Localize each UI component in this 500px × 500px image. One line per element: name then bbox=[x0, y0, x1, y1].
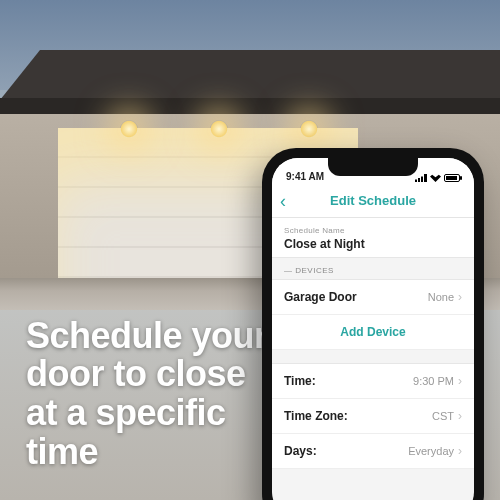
status-time: 9:41 AM bbox=[286, 171, 324, 182]
marketing-tagline: Schedule your door to close at a specifi… bbox=[26, 317, 276, 473]
chevron-right-icon: › bbox=[458, 290, 462, 304]
chevron-right-icon: › bbox=[458, 444, 462, 458]
wifi-icon bbox=[430, 174, 441, 182]
signal-icon bbox=[415, 174, 427, 182]
timezone-row[interactable]: Time Zone: CST › bbox=[272, 399, 474, 434]
time-row[interactable]: Time: 9:30 PM › bbox=[272, 364, 474, 399]
row-value: 9:30 PM bbox=[413, 375, 454, 387]
row-key: Time Zone: bbox=[284, 409, 348, 423]
row-key: Days: bbox=[284, 444, 317, 458]
devices-header: — DEVICES bbox=[272, 257, 474, 280]
chevron-right-icon: › bbox=[458, 374, 462, 388]
days-row[interactable]: Days: Everyday › bbox=[272, 434, 474, 469]
device-name: Garage Door bbox=[284, 290, 357, 304]
field-label: Schedule Name bbox=[284, 226, 462, 235]
chevron-left-icon: ‹ bbox=[280, 191, 286, 211]
device-row[interactable]: Garage Door None › bbox=[272, 280, 474, 315]
nav-title: Edit Schedule bbox=[330, 193, 416, 208]
row-value: Everyday bbox=[408, 445, 454, 457]
schedule-name-field[interactable]: Schedule Name Close at Night bbox=[272, 218, 474, 257]
nav-bar: ‹ Edit Schedule bbox=[272, 184, 474, 218]
back-button[interactable]: ‹ bbox=[280, 192, 286, 210]
device-value: None bbox=[428, 291, 454, 303]
app-screen: 9:41 AM ‹ Edit Schedule Schedule Name Cl… bbox=[272, 158, 474, 500]
chevron-right-icon: › bbox=[458, 409, 462, 423]
field-value: Close at Night bbox=[284, 237, 462, 251]
row-value: CST bbox=[432, 410, 454, 422]
add-device-button[interactable]: Add Device bbox=[272, 315, 474, 350]
row-key: Time: bbox=[284, 374, 316, 388]
battery-icon bbox=[444, 174, 460, 182]
phone-frame: 9:41 AM ‹ Edit Schedule Schedule Name Cl… bbox=[262, 148, 484, 500]
